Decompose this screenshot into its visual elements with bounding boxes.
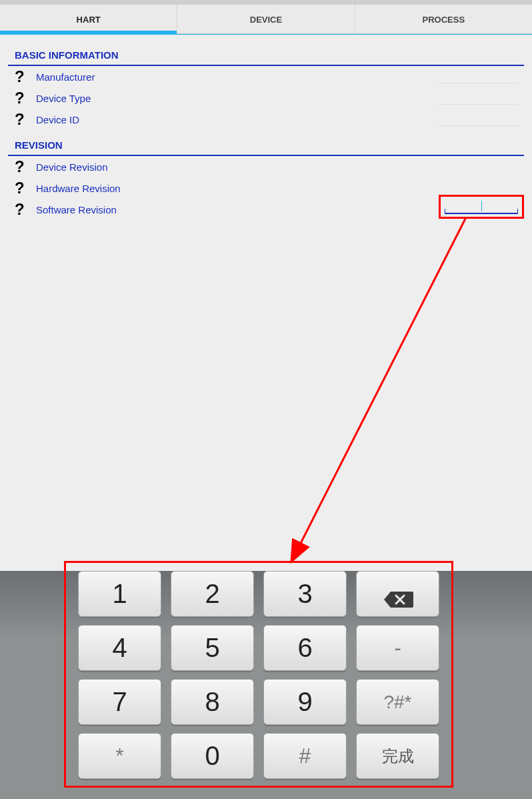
- key-9[interactable]: 9: [263, 679, 347, 725]
- help-icon: ?: [15, 69, 36, 85]
- label-manufacturer: Manufacturer: [36, 71, 437, 83]
- tab-process[interactable]: PROCESS: [355, 5, 532, 33]
- help-icon: ?: [15, 180, 36, 196]
- key-8[interactable]: 8: [171, 679, 254, 725]
- help-icon: ?: [15, 111, 36, 127]
- numeric-keypad: 1 2 3 4 5 6 - 7 8 9 ?#* * 0 # 完成: [78, 571, 439, 779]
- section-title-revision: REVISION: [8, 130, 524, 156]
- text-cursor: [481, 201, 482, 211]
- backspace-icon: [383, 585, 413, 604]
- key-star[interactable]: *: [78, 733, 161, 779]
- row-manufacturer[interactable]: ? Manufacturer: [8, 66, 524, 87]
- section-title-basic-info: BASIC INFORMATION: [8, 40, 524, 66]
- help-icon: ?: [15, 201, 36, 217]
- tab-bar: HART DEVICE PROCESS: [0, 5, 532, 34]
- annotation-box-keypad: 1 2 3 4 5 6 - 7 8 9 ?#* * 0 # 完成: [64, 561, 453, 788]
- label-device-id: Device ID: [36, 114, 437, 125]
- key-2[interactable]: 2: [171, 571, 254, 617]
- help-icon: ?: [15, 159, 36, 175]
- keypad-background: 1 2 3 4 5 6 - 7 8 9 ?#* * 0 # 完成: [0, 571, 532, 799]
- row-device-revision[interactable]: ? Device Revision: [8, 156, 524, 177]
- content-area: BASIC INFORMATION ? Manufacturer ? Devic…: [0, 35, 532, 220]
- key-6[interactable]: 6: [263, 625, 347, 671]
- key-7[interactable]: 7: [78, 679, 161, 725]
- help-icon: ?: [15, 90, 36, 106]
- key-symbols[interactable]: ?#*: [356, 679, 439, 725]
- svg-line-1: [292, 219, 465, 560]
- key-backspace[interactable]: [356, 571, 439, 617]
- value-device-id: [437, 113, 517, 126]
- key-0[interactable]: 0: [171, 733, 254, 779]
- key-4[interactable]: 4: [78, 625, 161, 671]
- key-1[interactable]: 1: [78, 571, 161, 617]
- key-3[interactable]: 3: [263, 571, 347, 617]
- key-done[interactable]: 完成: [356, 733, 439, 779]
- annotation-box-input: [439, 195, 524, 219]
- row-device-type[interactable]: ? Device Type: [8, 87, 524, 109]
- key-5[interactable]: 5: [171, 625, 254, 671]
- software-revision-input[interactable]: [445, 199, 518, 214]
- tab-device[interactable]: DEVICE: [177, 5, 355, 33]
- label-hardware-revision: Hardware Revision: [36, 183, 517, 194]
- key-minus[interactable]: -: [356, 625, 439, 671]
- value-manufacturer: [437, 70, 517, 83]
- label-device-revision: Device Revision: [36, 161, 517, 173]
- row-device-id[interactable]: ? Device ID: [8, 109, 524, 130]
- key-hash[interactable]: #: [263, 733, 347, 779]
- row-software-revision[interactable]: ? Software Revision: [8, 199, 524, 220]
- value-device-type: [437, 91, 517, 105]
- tab-hart[interactable]: HART: [0, 5, 177, 33]
- status-bar: [0, 0, 532, 5]
- label-device-type: Device Type: [36, 93, 437, 104]
